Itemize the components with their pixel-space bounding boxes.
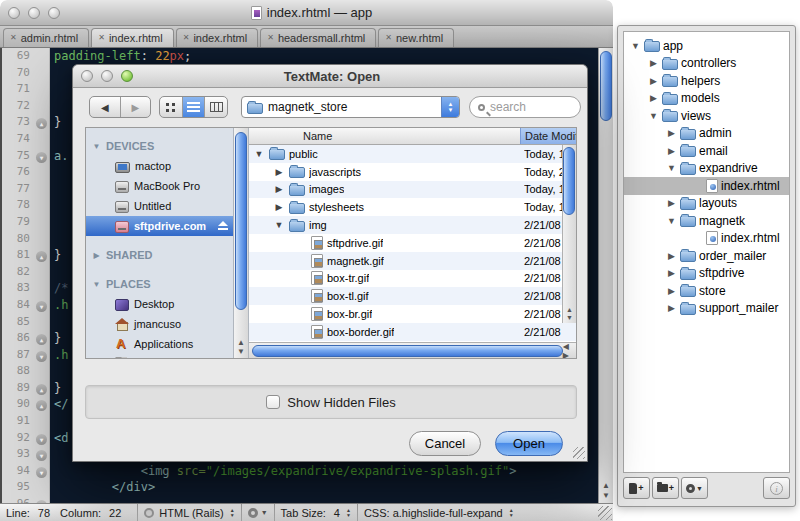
editor-vertical-scrollbar[interactable]: ▲▼ [598, 48, 613, 503]
scrollbar-arrows[interactable]: ▲▼ [234, 338, 248, 356]
disclosure-triangle-icon[interactable]: ▼ [92, 280, 101, 289]
tree-row[interactable]: ▶ helpers [624, 72, 789, 90]
file-row[interactable]: box-tl.gif 2/21/08 [249, 287, 576, 305]
file-row[interactable]: ▼ public Today, 1 [249, 145, 576, 163]
disclosure-triangle-icon[interactable]: ▼ [666, 163, 677, 173]
tab[interactable]: admin.rhtml [3, 28, 89, 47]
fold-marker-icon[interactable] [34, 430, 50, 447]
disclosure-triangle-icon[interactable]: ▶ [666, 146, 677, 156]
cancel-button[interactable]: Cancel [409, 431, 481, 456]
scrollbar-arrows[interactable]: ▲▼ [563, 306, 576, 322]
tree-row[interactable]: ▼ app [624, 37, 789, 55]
tree-row[interactable]: ▶ order_mailer [624, 247, 789, 265]
icon-view-button[interactable] [160, 97, 183, 117]
scrollbar-thumb[interactable] [563, 147, 575, 215]
scrollbar-thumb[interactable] [252, 345, 563, 357]
fold-marker-icon[interactable] [34, 264, 50, 281]
disclosure-triangle-icon[interactable]: ▶ [648, 76, 659, 86]
tree-row[interactable]: ▶ support_mailer [624, 300, 789, 318]
sidebar-row[interactable]: jmancuso [86, 314, 233, 334]
list-horizontal-scrollbar[interactable]: ◀ ▶ [249, 342, 576, 358]
sidebar-row[interactable]: mactop [86, 156, 233, 176]
new-folder-button[interactable]: + [652, 477, 679, 499]
fold-marker-icon[interactable] [34, 330, 50, 347]
bundle-menu-button[interactable]: ▼ [242, 504, 275, 521]
actions-menu-button[interactable]: ▼ [681, 477, 708, 499]
sidebar-row[interactable]: Desktop [86, 294, 233, 314]
tree-row[interactable]: ▶ models [624, 90, 789, 108]
fold-marker-icon[interactable] [34, 48, 50, 65]
dialog-zoom-button[interactable] [121, 70, 133, 82]
fold-marker-icon[interactable] [34, 65, 50, 82]
tab[interactable]: headersmall.rhtml [260, 28, 376, 47]
scrollbar-arrows[interactable]: ▲▼ [599, 481, 613, 501]
file-row[interactable]: ▶ stylesheets Today, 1 [249, 198, 576, 216]
eject-icon[interactable] [217, 221, 229, 232]
sidebar-row[interactable]: sftpdrive.com [86, 216, 233, 236]
tab-size-popup[interactable]: Tab Size: 4 [275, 504, 358, 521]
disclosure-triangle-icon[interactable]: ▼ [648, 111, 659, 121]
fold-marker-icon[interactable] [34, 197, 50, 214]
file-row[interactable]: box-border.gif 2/21/08 [249, 323, 576, 341]
new-file-button[interactable]: + [623, 477, 650, 499]
window-titlebar[interactable]: index.rhtml — app [0, 0, 613, 26]
file-row[interactable]: ▼ img 2/21/08 [249, 216, 576, 234]
dialog-minimize-button[interactable] [101, 70, 113, 82]
sidebar-scrollbar[interactable]: ▲▼ [234, 128, 249, 358]
search-field[interactable]: search [469, 96, 581, 118]
disclosure-triangle-icon[interactable]: ▶ [666, 303, 677, 313]
fold-marker-icon[interactable] [34, 247, 50, 264]
disclosure-triangle-icon[interactable]: ▶ [666, 128, 677, 138]
disclosure-triangle-icon[interactable]: ▶ [273, 202, 285, 212]
dialog-titlebar[interactable]: TextMate: Open [73, 65, 587, 88]
dialog-close-button[interactable] [81, 70, 93, 82]
fold-marker-icon[interactable] [34, 413, 50, 430]
disclosure-triangle-icon[interactable]: ▼ [630, 41, 641, 51]
close-tab-icon[interactable] [183, 34, 190, 42]
disclosure-triangle-icon[interactable]: ▶ [273, 184, 285, 194]
disclosure-triangle-icon[interactable]: ▶ [648, 93, 659, 103]
fold-marker-icon[interactable] [34, 181, 50, 198]
fold-marker-icon[interactable] [34, 363, 50, 380]
tab[interactable]: index.rhtml [91, 28, 174, 47]
close-tab-icon[interactable] [10, 34, 17, 42]
fold-marker-icon[interactable] [34, 148, 50, 165]
scrollbar-thumb[interactable] [235, 132, 247, 310]
disclosure-triangle-icon[interactable]: ▶ [666, 268, 677, 278]
list-vertical-scrollbar[interactable]: ▲▼ [562, 145, 576, 323]
sidebar[interactable]: ▼ DEVICES mactop [86, 128, 234, 358]
disclosure-triangle-icon[interactable]: ▶ [648, 58, 659, 68]
column-view-button[interactable] [205, 97, 227, 117]
disclosure-triangle-icon[interactable]: ▶ [666, 286, 677, 296]
dialog-resize-grip[interactable] [573, 447, 585, 459]
sidebar-row[interactable]: MacBook Pro [86, 176, 233, 196]
tree-row[interactable]: ▶ layouts [624, 195, 789, 213]
fold-marker-icon[interactable] [34, 297, 50, 314]
tree-row[interactable]: ▶ email [624, 142, 789, 160]
disclosure-triangle-icon[interactable]: ▶ [273, 167, 285, 177]
info-button[interactable] [763, 477, 790, 499]
tree-row[interactable]: ▶ admin [624, 125, 789, 143]
fold-marker-icon[interactable] [34, 81, 50, 98]
language-popup[interactable]: HTML (Rails) [138, 504, 241, 521]
tab[interactable]: new.rhtml [378, 28, 454, 47]
file-row[interactable]: box-tr.gif 2/21/08 [249, 270, 576, 288]
disclosure-triangle-icon[interactable]: ▶ [92, 251, 101, 260]
zoom-button[interactable] [48, 7, 60, 19]
fold-marker-icon[interactable] [34, 347, 50, 364]
tree-row[interactable]: ▶ sftpdrive [624, 265, 789, 283]
tree-row[interactable]: ▶ store [624, 282, 789, 300]
close-tab-icon[interactable] [385, 34, 392, 42]
back-button[interactable]: ◀ [90, 97, 121, 117]
file-row[interactable]: ▶ javascripts Today, 2 [249, 163, 576, 181]
show-hidden-files-checkbox[interactable] [266, 395, 280, 409]
list-view-button[interactable] [183, 97, 206, 117]
scrollbar-arrows[interactable]: ◀ ▶ [563, 342, 576, 359]
close-button[interactable] [8, 7, 20, 19]
tree-row[interactable]: index.rhtml [624, 177, 789, 195]
open-button[interactable]: Open [495, 431, 563, 456]
name-column-header[interactable]: Name [249, 130, 520, 142]
disclosure-triangle-icon[interactable]: ▼ [253, 149, 265, 159]
tree-row[interactable]: ▼ views [624, 107, 789, 125]
fold-marker-icon[interactable] [34, 380, 50, 397]
